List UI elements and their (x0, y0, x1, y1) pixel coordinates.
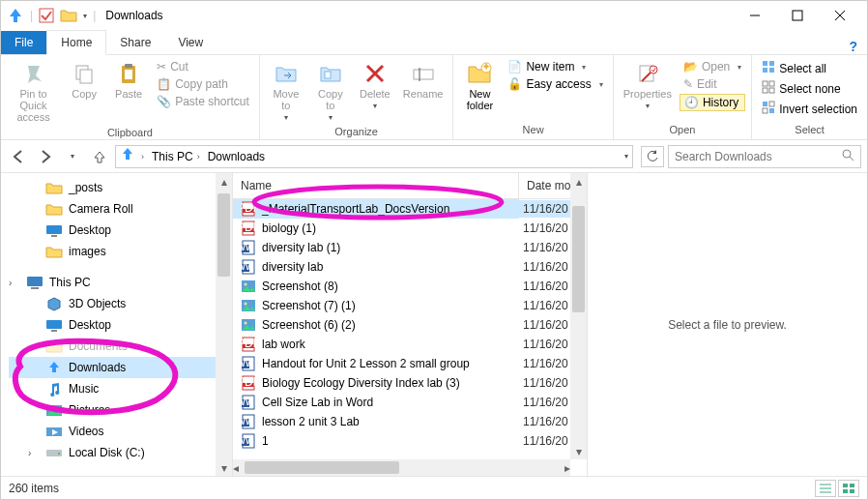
copy-to-button[interactable]: Copy to▾ (310, 59, 351, 124)
properties-button[interactable]: Properties▾ (620, 59, 676, 112)
tree-item-label: Desktop (69, 223, 111, 237)
file-row[interactable]: PDF_MaterialTransportLab_DocsVersion11/1… (233, 199, 587, 219)
refresh-button[interactable] (641, 146, 664, 167)
qat-dropdown[interactable]: ▾ (83, 12, 87, 20)
file-row[interactable]: Wlesson 2 unit 3 Lab11/16/20 (233, 412, 587, 431)
tree-item[interactable]: Desktop (9, 314, 232, 336)
move-to-button[interactable]: Move to▾ (266, 59, 306, 124)
tree-item[interactable]: Videos (9, 421, 232, 442)
new-folder-button[interactable]: ✦New folder (459, 59, 500, 113)
easy-access-button[interactable]: 🔓Easy access▾ (504, 76, 606, 92)
tree-scrollbar-thumb[interactable] (217, 193, 230, 277)
list-scrollbar-vertical[interactable]: ▴ ▾ (570, 173, 587, 459)
file-row[interactable]: W111/16/20 (233, 431, 587, 451)
edit-button[interactable]: ✎Edit (680, 76, 745, 92)
tree-item[interactable]: Documents (9, 336, 232, 357)
tree-item[interactable]: ›Local Disk (C:) (9, 442, 232, 463)
up-button[interactable] (88, 145, 111, 168)
file-row[interactable]: Wdiversity lab (1)11/16/20 (233, 238, 587, 257)
tree-item[interactable]: Downloads (9, 357, 232, 378)
file-name: Screenshot (7) (1) (262, 299, 356, 312)
copy-button[interactable]: Copy (64, 59, 104, 102)
tree-item[interactable]: Music (9, 378, 232, 399)
ribbon-tabstrip: File Home Share View ? (1, 30, 867, 55)
select-all-button[interactable]: Select all (758, 59, 861, 77)
cut-button[interactable]: ✂Cut (153, 59, 253, 74)
col-name[interactable]: Name (233, 173, 519, 198)
open-button[interactable]: 📂Open▾ (680, 59, 745, 74)
list-hscroll-thumb[interactable] (245, 461, 399, 474)
forward-button[interactable] (34, 145, 57, 168)
rename-button[interactable]: Rename (399, 59, 448, 102)
invert-selection-button[interactable]: Invert selection (758, 100, 861, 118)
copy-path-button[interactable]: 📋Copy path (153, 76, 253, 92)
tab-home[interactable]: Home (46, 30, 106, 55)
pdf-file-icon: PDF (241, 221, 256, 236)
svg-rect-13 (414, 70, 433, 79)
delete-button[interactable]: Delete▾ (355, 59, 395, 112)
tree-item[interactable]: images (9, 241, 232, 262)
svg-text:PDF: PDF (241, 221, 256, 234)
window-controls (734, 1, 861, 30)
close-button[interactable] (819, 1, 861, 30)
new-item-button[interactable]: 📄New item▾ (504, 59, 606, 74)
tree-scrollbar[interactable]: ▴ ▾ (216, 173, 232, 476)
file-row[interactable]: PDFlab work11/16/20 (233, 335, 587, 354)
tree-item-label: 3D Objects (69, 297, 126, 310)
svg-text:W: W (241, 259, 251, 273)
tree-caret[interactable]: › (9, 278, 20, 288)
group-clipboard: Pin to Quick access Copy Paste ✂Cut 📋Cop… (1, 55, 260, 139)
svg-rect-38 (51, 330, 57, 332)
tab-view[interactable]: View (164, 31, 217, 54)
tree-item[interactable]: Pictures (9, 399, 232, 421)
file-row[interactable]: Wdiversity lab11/16/20 (233, 257, 587, 277)
view-icons-button[interactable] (838, 480, 859, 497)
list-scrollbar-horizontal[interactable]: ◂ ▸ (233, 459, 570, 476)
tab-share[interactable]: Share (106, 31, 164, 54)
svg-point-31 (843, 150, 851, 158)
list-vscroll-thumb[interactable] (572, 206, 585, 312)
maximize-button[interactable] (776, 1, 819, 30)
tree-caret[interactable]: › (28, 448, 40, 458)
tree-item[interactable]: 3D Objects (9, 293, 232, 314)
svg-rect-36 (31, 287, 39, 289)
view-details-button[interactable] (815, 480, 836, 497)
minimize-button[interactable] (734, 1, 776, 30)
recent-locations-button[interactable]: ▾ (61, 145, 84, 168)
tree-item[interactable]: ›This PC (9, 272, 232, 293)
history-button[interactable]: 🕘History (680, 94, 745, 111)
pin-to-quick-access-button[interactable]: Pin to Quick access (7, 59, 60, 125)
help-button[interactable]: ? (849, 39, 857, 54)
file-row[interactable]: PDFBiology Ecology Diversity Index lab (… (233, 373, 587, 393)
crumb-root-chevron[interactable]: › (139, 150, 146, 163)
select-none-button[interactable]: Select none (758, 79, 861, 98)
back-button[interactable] (7, 145, 30, 168)
file-row[interactable]: Screenshot (8)11/16/20 (233, 277, 587, 296)
crumb-this-pc[interactable]: This PC› (150, 148, 202, 165)
address-box[interactable]: › This PC› Downloads ▾ (115, 145, 633, 168)
svg-point-57 (245, 283, 247, 286)
file-row[interactable]: Screenshot (6) (2)11/16/20 (233, 315, 587, 335)
svg-rect-37 (46, 320, 62, 329)
desktop-icon (45, 222, 63, 238)
folder-icon (45, 244, 63, 259)
search-box[interactable]: Search Downloads (668, 145, 861, 168)
tree-item[interactable]: Desktop (9, 220, 232, 241)
tree-item[interactable]: Camera Roll (9, 198, 232, 220)
file-row[interactable]: WCell Size Lab in Word11/16/20 (233, 393, 587, 412)
tree-item-label: Videos (69, 425, 103, 438)
crumb-downloads[interactable]: Downloads (206, 148, 267, 165)
file-row[interactable]: PDFbiology (1)11/16/20 (233, 219, 587, 238)
tree-item[interactable]: _posts (9, 177, 232, 198)
paste-button[interactable]: Paste (108, 59, 149, 102)
tab-file[interactable]: File (1, 31, 46, 54)
address-dropdown[interactable]: ▾ (624, 152, 628, 161)
file-row[interactable]: Screenshot (7) (1)11/16/20 (233, 296, 587, 315)
file-name: diversity lab (1) (262, 241, 340, 254)
qat-folder-icon[interactable] (60, 8, 77, 23)
paste-shortcut-button[interactable]: 📎Paste shortcut (153, 94, 253, 109)
file-row[interactable]: WHandout for Unit 2 Lesson 2 small group… (233, 354, 587, 373)
delete-icon (362, 61, 388, 86)
history-icon: 🕘 (684, 96, 699, 109)
qat-checkbox-icon[interactable] (39, 8, 54, 23)
